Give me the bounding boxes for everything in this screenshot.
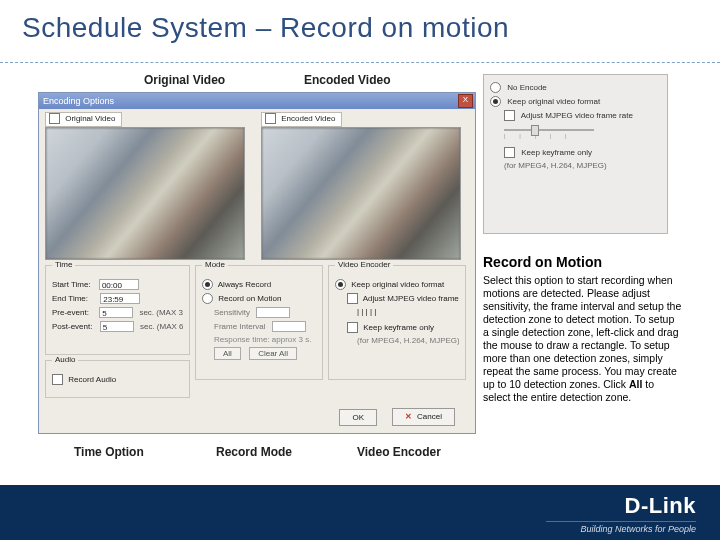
original-video-header[interactable]: Original Video xyxy=(45,112,122,127)
keep-original-label-2: Keep original video format xyxy=(351,280,444,289)
response-time-info: Response time: approx 3 s. xyxy=(214,335,316,344)
overlay-label-mode: Record Mode xyxy=(210,444,298,460)
record-on-motion-description: Record on Motion Select this option to s… xyxy=(483,254,683,404)
chk-original-video[interactable] xyxy=(49,113,60,124)
adjust-mjpeg-label-2: Adjust MJPEG video frame rate xyxy=(363,294,459,303)
chk-encoded-video[interactable] xyxy=(265,113,276,124)
dialog-titlebar: Encoding Options X xyxy=(39,93,475,109)
chk-keyframe[interactable] xyxy=(504,147,515,158)
btn-all[interactable]: All xyxy=(214,347,241,360)
overlay-label-encoded: Encoded Video xyxy=(298,72,396,88)
no-encode-label: No Encode xyxy=(507,83,547,92)
record-audio-label: Record Audio xyxy=(68,375,116,384)
frameinterval-label: Frame Interval xyxy=(214,322,266,331)
dialog-cancel-button[interactable]: ✕Cancel xyxy=(392,408,455,426)
radio-record-on-motion[interactable] xyxy=(202,293,213,304)
keyframe-label-2: Keep keyframe only xyxy=(363,323,434,332)
keep-original-label: Keep original video format xyxy=(507,97,600,106)
preevent-input[interactable]: 5 xyxy=(99,307,133,318)
dialog-title: Encoding Options xyxy=(43,96,114,106)
start-time-label: Start Time: xyxy=(52,280,91,289)
radio-no-encode[interactable] xyxy=(490,82,501,93)
encoded-video-preview xyxy=(261,127,461,260)
slider-ticks-2: | | | | | xyxy=(357,307,459,316)
keyframe-sublabel-2: (for MPEG4, H.264, MJPEG) xyxy=(357,336,459,345)
mode-fieldset: Mode Always Record Record on Motion Sens… xyxy=(195,265,323,380)
always-record-label: Always Record xyxy=(218,280,271,289)
chk-record-audio[interactable] xyxy=(52,374,63,385)
video-encoder-fieldset: Video Encoder Keep original video format… xyxy=(328,265,466,380)
postevent-unit: sec. (MAX 60) xyxy=(140,322,183,331)
time-legend: Time xyxy=(52,260,75,269)
sensitivity-label: Sensitivity xyxy=(214,308,250,317)
cancel-label: Cancel xyxy=(417,412,442,421)
chk-keyframe-2[interactable] xyxy=(347,322,358,333)
btn-clear-all[interactable]: Clear All xyxy=(249,347,297,360)
content-area: No Encode Keep original video format Adj… xyxy=(38,74,682,472)
time-fieldset: Time Start Time: 00:00 End Time: 23:59 P… xyxy=(45,265,190,355)
overlay-label-time: Time Option xyxy=(68,444,150,460)
slide-title: Schedule System – Record on motion xyxy=(22,12,509,44)
radio-always-record[interactable] xyxy=(202,279,213,290)
frameinterval-input[interactable] xyxy=(272,321,306,332)
venc-legend: Video Encoder xyxy=(335,260,393,269)
original-video-preview xyxy=(45,127,245,260)
divider xyxy=(0,62,720,63)
end-time-input[interactable]: 23:59 xyxy=(100,293,140,304)
sensitivity-input[interactable] xyxy=(256,307,290,318)
brand-name: D-Link xyxy=(546,493,696,519)
framerate-slider[interactable] xyxy=(504,129,594,131)
end-time-label: End Time: xyxy=(52,294,88,303)
overlay-label-venc: Video Encoder xyxy=(351,444,447,460)
record-on-motion-label: Record on Motion xyxy=(218,294,281,303)
rom-body-all: All xyxy=(629,378,642,390)
preevent-unit: sec. (MAX 30) xyxy=(139,308,183,317)
keyframe-label: Keep keyframe only xyxy=(521,148,592,157)
keyframe-sublabel: (for MPEG4, H.264, MJPEG) xyxy=(504,161,661,170)
original-video-label: Original Video xyxy=(65,114,115,123)
adjust-mjpeg-label: Adjust MJPEG video frame rate xyxy=(521,111,633,120)
postevent-input[interactable]: 5 xyxy=(100,321,134,332)
preevent-label: Pre-event: xyxy=(52,308,89,317)
encoded-video-header[interactable]: Encoded Video xyxy=(261,112,342,127)
encoded-video-label: Encoded Video xyxy=(281,114,335,123)
dialog-ok-button[interactable]: OK xyxy=(339,409,377,426)
mode-legend: Mode xyxy=(202,260,228,269)
audio-legend: Audio xyxy=(52,355,78,364)
radio-keep-original[interactable] xyxy=(490,96,501,107)
dlink-logo: D-Link Building Networks for People xyxy=(546,493,696,534)
rom-body-before: Select this option to start recording wh… xyxy=(483,274,681,390)
slider-ticks: | | | | | xyxy=(504,133,661,139)
postevent-label: Post-event: xyxy=(52,322,92,331)
audio-fieldset: Audio Record Audio xyxy=(45,360,190,398)
chk-adjust-mjpeg[interactable] xyxy=(504,110,515,121)
brand-tagline: Building Networks for People xyxy=(546,521,696,534)
chk-adjust-mjpeg-2[interactable] xyxy=(347,293,358,304)
encoding-options-dialog: Encoding Options X Original Video Encode… xyxy=(38,92,476,434)
footer-bar: D-Link Building Networks for People xyxy=(0,485,720,540)
rom-heading: Record on Motion xyxy=(483,254,683,270)
dialog-close-button[interactable]: X xyxy=(458,94,473,108)
overlay-label-original: Original Video xyxy=(138,72,231,88)
radio-keep-original-2[interactable] xyxy=(335,279,346,290)
video-encoder-panel: No Encode Keep original video format Adj… xyxy=(483,74,668,234)
start-time-input[interactable]: 00:00 xyxy=(99,279,139,290)
cancel-icon: ✕ xyxy=(405,413,414,422)
